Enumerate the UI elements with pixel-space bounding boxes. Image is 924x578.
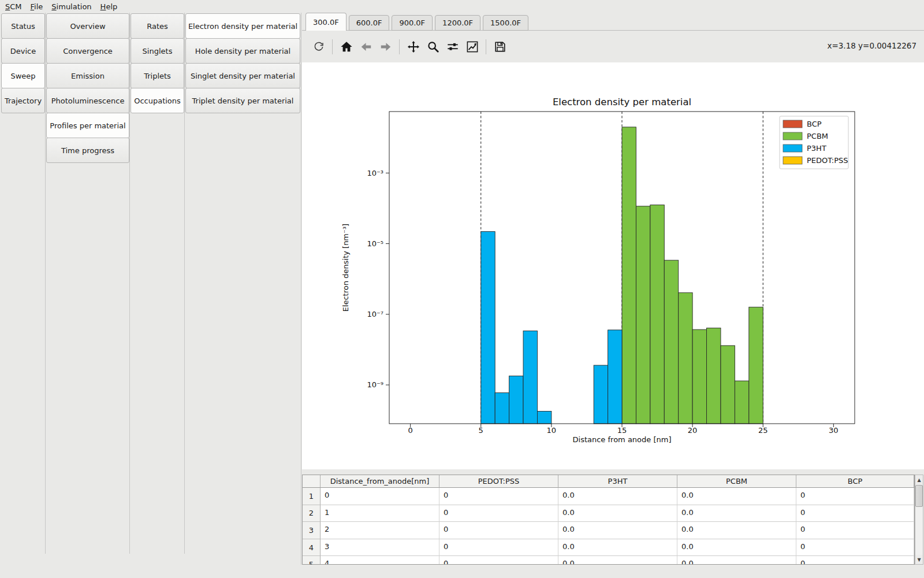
nav-triplets[interactable]: Triplets bbox=[131, 63, 184, 88]
table-cell[interactable]: 0.0 bbox=[677, 488, 796, 505]
row-number[interactable]: 5 bbox=[303, 556, 321, 565]
subplot-settings-icon[interactable] bbox=[445, 39, 460, 55]
scroll-down-icon[interactable]: ▼ bbox=[915, 555, 923, 564]
column-header-pedot-pss[interactable]: PEDOT:PSS bbox=[439, 475, 558, 488]
table-cell[interactable]: 0 bbox=[796, 556, 914, 565]
scroll-up-icon[interactable]: ▲ bbox=[915, 475, 923, 484]
bar-pcbm bbox=[622, 127, 636, 424]
nav-profiles-per-material[interactable]: Profiles per material bbox=[46, 113, 129, 138]
nav-status[interactable]: Status bbox=[1, 13, 45, 39]
table-cell[interactable]: 4 bbox=[321, 556, 439, 565]
nav-triplet-density-per-material[interactable]: Triplet density per material bbox=[185, 88, 300, 113]
forward-icon[interactable] bbox=[378, 39, 393, 55]
tab-300-0f[interactable]: 300.0F bbox=[305, 13, 346, 31]
table-cell[interactable]: 0 bbox=[439, 522, 558, 539]
scrollbar-thumb[interactable] bbox=[915, 485, 923, 507]
row-number[interactable]: 1 bbox=[303, 488, 321, 505]
plot-settings-icon[interactable] bbox=[464, 39, 480, 55]
table-row: 4300.00.00 bbox=[303, 539, 914, 557]
x-tick-label: 0 bbox=[408, 426, 412, 435]
nav-hole-density-per-material[interactable]: Hole density per material bbox=[185, 38, 300, 64]
table-cell[interactable]: 0.0 bbox=[558, 505, 677, 523]
tab-600-0f[interactable]: 600.0F bbox=[349, 15, 390, 31]
nav-convergence[interactable]: Convergence bbox=[46, 38, 129, 64]
legend-swatch-pcbm bbox=[783, 132, 802, 140]
x-axis-label: Distance from anode [nm] bbox=[573, 435, 672, 444]
nav-rates[interactable]: Rates bbox=[131, 13, 184, 39]
tab-1500-0f[interactable]: 1500.0F bbox=[483, 15, 528, 31]
table-cell[interactable]: 0.0 bbox=[677, 522, 796, 539]
nav-emission[interactable]: Emission bbox=[46, 63, 129, 88]
pan-icon[interactable] bbox=[405, 39, 421, 55]
nav-electron-density-per-material[interactable]: Electron density per material bbox=[185, 13, 300, 39]
menu-file[interactable]: File bbox=[31, 2, 43, 11]
y-tick-label: 10⁻³ bbox=[367, 169, 383, 177]
table-row: 1000.00.00 bbox=[303, 488, 914, 505]
nav-occupations[interactable]: Occupations bbox=[131, 88, 184, 113]
menu-help[interactable]: Help bbox=[100, 2, 118, 11]
table-cell[interactable]: 3 bbox=[321, 539, 439, 557]
table-cell[interactable]: 0.0 bbox=[558, 488, 677, 505]
column-header-distance-from-anode-nm[interactable]: Distance_from_anode[nm] bbox=[321, 475, 439, 488]
table-cell[interactable]: 0.0 bbox=[677, 505, 796, 523]
table-cell[interactable]: 0.0 bbox=[677, 539, 796, 557]
column-header-pcbm[interactable]: PCBM bbox=[677, 475, 796, 488]
bar-p3ht bbox=[495, 393, 509, 424]
nav-trajectory[interactable]: Trajectory bbox=[1, 88, 45, 113]
table-cell[interactable]: 0 bbox=[796, 522, 914, 539]
table-cell[interactable]: 0 bbox=[439, 505, 558, 523]
table-cell[interactable]: 1 bbox=[321, 505, 439, 523]
chart-title: Electron density per material bbox=[553, 97, 691, 108]
menu-simulation[interactable]: Simulation bbox=[51, 2, 91, 11]
nav-overview[interactable]: Overview bbox=[46, 13, 129, 39]
save-icon[interactable] bbox=[492, 39, 508, 55]
nav-time-progress[interactable]: Time progress bbox=[46, 138, 129, 163]
tab-900-0f[interactable]: 900.0F bbox=[392, 15, 433, 31]
nav-column-3: RatesSingletsTripletsOccupations bbox=[131, 13, 184, 113]
row-number[interactable]: 2 bbox=[303, 505, 321, 523]
table-cell[interactable]: 0.0 bbox=[558, 539, 677, 557]
profile-table: Distance_from_anode[nm]PEDOT:PSSP3HTPCBM… bbox=[302, 475, 915, 565]
table-cell[interactable]: 0 bbox=[439, 488, 558, 505]
home-icon[interactable] bbox=[338, 39, 354, 55]
table-scrollbar[interactable]: ▲ ▼ bbox=[915, 475, 923, 565]
table-corner bbox=[303, 475, 321, 488]
x-tick-label: 5 bbox=[479, 426, 483, 435]
column-header-p3ht[interactable]: P3HT bbox=[558, 475, 677, 488]
menu-scm[interactable]: SCM bbox=[5, 2, 22, 11]
nav-column-1: StatusDeviceSweepTrajectory bbox=[1, 13, 45, 113]
table-cell[interactable]: 0.0 bbox=[558, 522, 677, 539]
table-header-row: Distance_from_anode[nm]PEDOT:PSSP3HTPCBM… bbox=[303, 475, 914, 488]
nav-device[interactable]: Device bbox=[1, 38, 45, 64]
menu-bar: SCMFileSimulationHelp bbox=[0, 0, 924, 13]
table-cell[interactable]: 2 bbox=[321, 522, 439, 539]
chart-canvas[interactable]: 05101520253010⁻³10⁻⁵10⁻⁷10⁻⁹Electron den… bbox=[302, 62, 924, 469]
x-tick-label: 10 bbox=[547, 426, 557, 435]
nav-singlet-density-per-material[interactable]: Singlet density per material bbox=[185, 63, 300, 88]
bar-pcbm bbox=[735, 381, 748, 424]
nav-singlets[interactable]: Singlets bbox=[131, 38, 184, 64]
back-icon[interactable] bbox=[358, 39, 374, 55]
table-row: 5400.00.00 bbox=[303, 556, 914, 565]
row-number[interactable]: 3 bbox=[303, 522, 321, 539]
bar-p3ht bbox=[594, 365, 608, 424]
nav-photoluminescence[interactable]: Photoluminescence bbox=[46, 88, 129, 113]
table-cell[interactable]: 0 bbox=[796, 505, 914, 523]
column-header-bcp[interactable]: BCP bbox=[796, 475, 914, 488]
zoom-icon[interactable] bbox=[425, 39, 441, 55]
table-cell[interactable]: 0 bbox=[796, 488, 914, 505]
table-cell[interactable]: 0.0 bbox=[558, 556, 677, 565]
row-number[interactable]: 4 bbox=[303, 539, 321, 557]
refresh-icon[interactable] bbox=[311, 39, 326, 55]
table-cell[interactable]: 0 bbox=[796, 539, 914, 557]
app-window: SCMFileSimulationHelp StatusDeviceSweepT… bbox=[0, 0, 924, 578]
bar-pcbm bbox=[749, 307, 763, 424]
table-cell[interactable]: 0 bbox=[321, 488, 439, 505]
tab-1200-0f[interactable]: 1200.0F bbox=[435, 15, 480, 31]
table-cell[interactable]: 0 bbox=[439, 556, 558, 565]
table-cell[interactable]: 0.0 bbox=[677, 556, 796, 565]
legend-label-pedot-pss: PEDOT:PSS bbox=[807, 156, 848, 165]
table-cell[interactable]: 0 bbox=[439, 539, 558, 557]
legend-label-bcp: BCP bbox=[807, 120, 822, 128]
nav-sweep[interactable]: Sweep bbox=[1, 63, 45, 88]
